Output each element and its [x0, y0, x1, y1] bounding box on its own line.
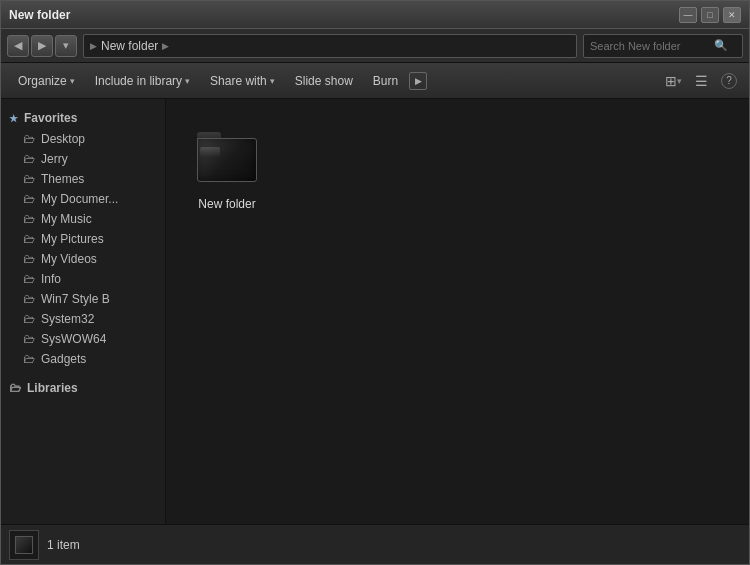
search-box[interactable]: 🔍: [583, 34, 743, 58]
folder-icon: 🗁: [23, 152, 35, 166]
sidebar-item-label: Info: [41, 272, 61, 286]
folder-thumbnail: [193, 123, 261, 191]
breadcrumb-prefix: ▶: [90, 41, 97, 51]
minimize-button[interactable]: —: [679, 7, 697, 23]
toolbar-right: ⊞ ▾ ☰ ?: [661, 69, 741, 93]
sidebar-item-label: Desktop: [41, 132, 85, 146]
share-with-button[interactable]: Share with ▾: [201, 67, 284, 95]
organize-button[interactable]: Organize ▾: [9, 67, 84, 95]
view-icon: ⊞: [665, 73, 677, 89]
title-bar: New folder — □ ✕: [1, 1, 749, 29]
sidebar-item-label: My Videos: [41, 252, 97, 266]
sidebar-item-label: System32: [41, 312, 94, 326]
help-icon: ?: [721, 73, 737, 89]
sidebar-item-mypictures[interactable]: 🗁 My Pictures: [1, 229, 165, 249]
libraries-section: 🗁 Libraries: [1, 377, 165, 399]
include-library-button[interactable]: Include in library ▾: [86, 67, 199, 95]
view2-button[interactable]: ☰: [689, 69, 713, 93]
nav-buttons: ◀ ▶ ▾: [7, 35, 77, 57]
sidebar-item-win7style[interactable]: 🗁 Win7 Style B: [1, 289, 165, 309]
folder-icon: 🗁: [23, 272, 35, 286]
sidebar-item-label: Jerry: [41, 152, 68, 166]
share-with-dropdown-icon: ▾: [270, 76, 275, 86]
folder-icon: 🗁: [23, 132, 35, 146]
breadcrumb-path: New folder: [101, 39, 158, 53]
window-controls: — □ ✕: [679, 7, 741, 23]
sidebar-item-jerry[interactable]: 🗁 Jerry: [1, 149, 165, 169]
view2-icon: ☰: [695, 73, 708, 89]
favorites-label: Favorites: [24, 111, 77, 125]
sidebar-item-desktop[interactable]: 🗁 Desktop: [1, 129, 165, 149]
libraries-folder-icon: 🗁: [9, 381, 21, 395]
organize-dropdown-icon: ▾: [70, 76, 75, 86]
sidebar-item-myvideos[interactable]: 🗁 My Videos: [1, 249, 165, 269]
sidebar-item-themes[interactable]: 🗁 Themes: [1, 169, 165, 189]
folder-icon: 🗁: [23, 172, 35, 186]
sidebar-item-gadgets[interactable]: 🗁 Gadgets: [1, 349, 165, 369]
maximize-button[interactable]: □: [701, 7, 719, 23]
play-icon: ▶: [415, 76, 422, 86]
breadcrumb-arrow: ▶: [162, 41, 169, 51]
sidebar-item-label: Gadgets: [41, 352, 86, 366]
sidebar-item-label: Win7 Style B: [41, 292, 110, 306]
help-button[interactable]: ?: [717, 69, 741, 93]
sidebar-item-label: SysWOW64: [41, 332, 106, 346]
breadcrumb[interactable]: ▶ New folder ▶: [83, 34, 577, 58]
sidebar-item-system32[interactable]: 🗁 System32: [1, 309, 165, 329]
status-thumbnail: [9, 530, 39, 560]
sidebar-item-mymusic[interactable]: 🗁 My Music: [1, 209, 165, 229]
folder-icon: 🗁: [23, 252, 35, 266]
view-dropdown-icon: ▾: [677, 76, 682, 86]
status-bar: 1 item ↖: [1, 524, 749, 564]
status-thumb-inner: [15, 536, 33, 554]
window: New folder — □ ✕ ◀ ▶ ▾ ▶ New folder ▶ 🔍 …: [0, 0, 750, 565]
address-bar: ◀ ▶ ▾ ▶ New folder ▶ 🔍: [1, 29, 749, 63]
forward-button[interactable]: ▶: [31, 35, 53, 57]
content-area: New folder: [166, 99, 749, 524]
sidebar-item-mydocuments[interactable]: 🗁 My Documer...: [1, 189, 165, 209]
folder-icon: 🗁: [23, 352, 35, 366]
slide-show-button[interactable]: Slide show: [286, 67, 362, 95]
status-item-count: 1 item: [47, 538, 80, 552]
sidebar-item-label: My Pictures: [41, 232, 104, 246]
favorites-header[interactable]: ★ Favorites: [1, 107, 165, 129]
favorites-star-icon: ★: [9, 113, 18, 124]
more-button[interactable]: ▶: [409, 72, 427, 90]
favorites-section: ★ Favorites 🗁 Desktop 🗁 Jerry 🗁 Themes 🗁: [1, 107, 165, 369]
search-input[interactable]: [590, 40, 710, 52]
include-library-dropdown-icon: ▾: [185, 76, 190, 86]
search-icon: 🔍: [714, 39, 728, 52]
folder-item-newfolder[interactable]: New folder: [182, 115, 272, 219]
sidebar-item-label: My Documer...: [41, 192, 118, 206]
cursor-indicator: ↖: [729, 537, 741, 553]
folder-label: New folder: [198, 197, 255, 211]
window-title: New folder: [9, 8, 70, 22]
folder-icon: 🗁: [23, 232, 35, 246]
folder-icon: 🗁: [23, 192, 35, 206]
folder-icon: 🗁: [23, 312, 35, 326]
sidebar-item-syswow64[interactable]: 🗁 SysWOW64: [1, 329, 165, 349]
view-dropdown-button[interactable]: ⊞ ▾: [661, 69, 685, 93]
sidebar-item-label: Themes: [41, 172, 84, 186]
libraries-label: Libraries: [27, 381, 78, 395]
sidebar-item-label: My Music: [41, 212, 92, 226]
sidebar-item-info[interactable]: 🗁 Info: [1, 269, 165, 289]
back-button[interactable]: ◀: [7, 35, 29, 57]
libraries-header[interactable]: 🗁 Libraries: [1, 377, 165, 399]
main-area: ★ Favorites 🗁 Desktop 🗁 Jerry 🗁 Themes 🗁: [1, 99, 749, 524]
folder-icon: 🗁: [23, 212, 35, 226]
folder-icon: 🗁: [23, 332, 35, 346]
folder-icon: 🗁: [23, 292, 35, 306]
folder-body: [197, 138, 257, 182]
close-button[interactable]: ✕: [723, 7, 741, 23]
dropdown-button[interactable]: ▾: [55, 35, 77, 57]
folder-shine: [200, 147, 220, 157]
toolbar: Organize ▾ Include in library ▾ Share wi…: [1, 63, 749, 99]
folder-shape: [197, 132, 257, 182]
sidebar: ★ Favorites 🗁 Desktop 🗁 Jerry 🗁 Themes 🗁: [1, 99, 166, 524]
burn-button[interactable]: Burn: [364, 67, 407, 95]
